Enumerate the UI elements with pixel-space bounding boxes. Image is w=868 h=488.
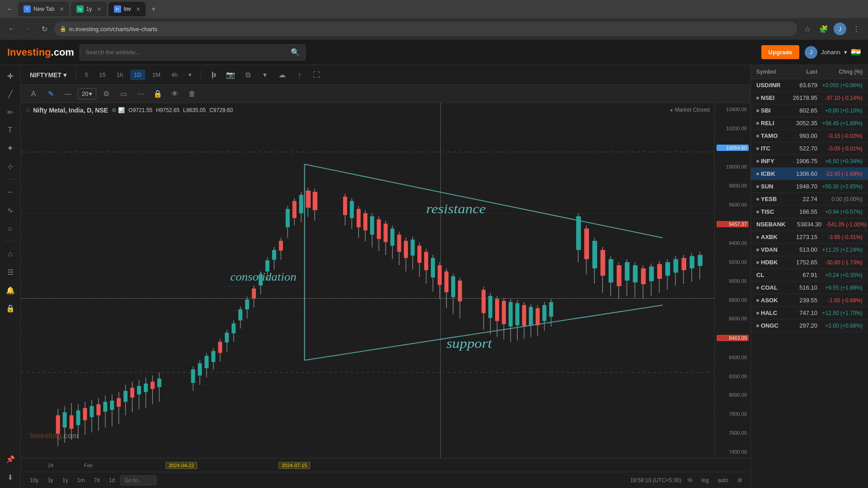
period-1m[interactable]: 1m	[74, 476, 89, 485]
home-tool[interactable]: ⌂	[3, 247, 18, 261]
svg-rect-141	[509, 302, 513, 326]
watchlist-row-hdbk[interactable]: HDBK 1752.65 -30.80 (-1.73%)	[751, 256, 868, 269]
bookmark-btn[interactable]: ☆	[801, 23, 814, 35]
user-avatar[interactable]: J	[805, 46, 817, 59]
symbol-selector[interactable]: NIFTYMET ▾	[26, 70, 70, 80]
font-size-selector[interactable]: 20 ▾	[78, 88, 96, 99]
watchlist-row-axbk[interactable]: AXBK 1273.15 -3.95 (-0.31%)	[751, 231, 868, 244]
collapse-tool[interactable]: ⬇	[3, 470, 18, 484]
chart-overlay-btn[interactable]: ⧉	[241, 68, 255, 82]
watchlist-row-tisc[interactable]: TISC 166.55 +0.94 (+0.57%)	[751, 206, 868, 218]
watchlist-row-sbi[interactable]: SBI 802.65 +0.80 (+0.10%)	[751, 104, 868, 117]
time-5[interactable]: 5	[81, 70, 92, 80]
menu-btn[interactable]: ⋮	[850, 23, 863, 35]
period-1y[interactable]: 1y	[59, 476, 72, 485]
tab-2[interactable]: 1y 1y ×	[71, 2, 107, 16]
text-draw-btn[interactable]: A	[26, 87, 41, 101]
time-more[interactable]: ▾	[185, 70, 195, 80]
time-1h[interactable]: 1h	[113, 70, 127, 80]
chart-settings-btn[interactable]: ⚙	[735, 476, 745, 485]
profile-btn[interactable]: J	[834, 23, 846, 35]
draw-eye-btn[interactable]: 👁	[168, 87, 182, 101]
back-btn[interactable]: ←	[5, 23, 18, 35]
draw-line-tool[interactable]: ╱	[3, 87, 18, 101]
percent-btn[interactable]: %	[685, 476, 695, 485]
zoom-tool[interactable]: ⌕	[3, 221, 18, 235]
watchlist-row-ongc[interactable]: ONGC 297.20 +2.00 (+0.68%)	[751, 319, 868, 332]
period-7d[interactable]: 7d	[90, 476, 103, 485]
crosshair-tool[interactable]: ✛	[3, 69, 18, 83]
watchlist-row-itc[interactable]: ITC 522.70 -0.05 (-0.01%)	[751, 142, 868, 155]
price-9400: 9400.00	[717, 240, 749, 246]
pin-tool[interactable]: 📌	[3, 452, 18, 466]
address-bar[interactable]: 🔒 in.investing.com/charts/live-charts	[54, 22, 797, 36]
svg-rect-121	[424, 252, 428, 270]
line-draw-btn[interactable]: —	[61, 87, 75, 101]
watchlist-row-sun[interactable]: SUN 1948.70 +50.30 (+2.65%)	[751, 180, 868, 193]
draw-tools[interactable]: ✏	[3, 105, 18, 119]
draw-rect-btn[interactable]: ▭	[116, 87, 131, 101]
watchlist-row-icbk[interactable]: ICBK 1306.60 -22.45 (-1.69%)	[751, 168, 868, 180]
price-7600: 7600.00	[717, 430, 749, 436]
chart-share-btn[interactable]: ↑	[292, 68, 306, 82]
watchlist-tool[interactable]: ☰	[3, 265, 18, 279]
watchlist-row-infy[interactable]: INFY 1906.75 +6.50 (+0.34%)	[751, 155, 868, 168]
tab-1[interactable]: T New Tab ×	[18, 2, 69, 16]
indicators-tool[interactable]: ∿	[3, 203, 18, 217]
time-label-date2: 2024-07-15	[278, 462, 310, 469]
log-btn[interactable]: log	[699, 476, 712, 485]
watchlist-row-tamo[interactable]: TAMO 993.00 -0.15 (-0.02%)	[751, 130, 868, 142]
auto-btn[interactable]: auto	[715, 476, 731, 485]
chart-settings-more[interactable]: ▾	[258, 68, 272, 82]
watchlist-row-asok[interactable]: ASOK 239.55 -1.65 (-0.68%)	[751, 294, 868, 307]
alerts-tool[interactable]: 🔔	[3, 283, 18, 297]
svg-rect-31	[70, 415, 74, 429]
search-bar[interactable]: 🔍	[80, 44, 306, 61]
watchlist-row-yesb[interactable]: YESB 22.74 0.00 (0.00%)	[751, 193, 868, 206]
time-4h[interactable]: 4h	[168, 70, 181, 80]
watchlist-row-reli[interactable]: RELI 3052.35 +56.45 (+1.88%)	[751, 117, 868, 130]
chart-canvas[interactable]: □ Nifty Metal, India, D, NSE ⚙ 📊 O9721.5…	[21, 103, 750, 458]
measure-tool[interactable]: ⊹	[3, 159, 18, 174]
extensions-btn[interactable]: 🧩	[817, 23, 830, 35]
watchlist-row-nsebank[interactable]: NSEBANK 53834.30 -541.05 (-1.00%)	[751, 218, 868, 231]
pen-draw-btn[interactable]: ✎	[43, 87, 58, 101]
watchlist-row-cl[interactable]: CL 67.91 +0.24 (+0.35%)	[751, 269, 868, 282]
tab-3-close[interactable]: ×	[137, 5, 140, 13]
period-10y[interactable]: 10y	[26, 476, 42, 485]
chart-type-candle[interactable]	[207, 68, 220, 82]
draw-settings-btn[interactable]: ⚙	[99, 87, 113, 101]
time-1d[interactable]: 1D	[130, 70, 145, 80]
watchlist-row-vdan[interactable]: VDAN 513.00 +11.25 (+2.24%)	[751, 244, 868, 256]
back-tool[interactable]: ←	[3, 185, 18, 199]
period-3y[interactable]: 3y	[44, 476, 57, 485]
period-1d[interactable]: 1d	[105, 476, 118, 485]
svg-rect-171	[641, 268, 646, 284]
fullscreen-btn[interactable]: ⛶	[310, 68, 323, 82]
reload-btn[interactable]: ↻	[38, 23, 51, 35]
new-tab-btn[interactable]: +	[147, 3, 160, 15]
lock-tool[interactable]: 🔒	[3, 301, 18, 315]
time-1m[interactable]: 1M	[149, 70, 164, 80]
draw-delete-btn[interactable]: 🗑	[185, 87, 199, 101]
watchlist-row-usdinr[interactable]: USD/INR 83.679 +0.050 (+0.06%)	[751, 79, 868, 92]
shapes-tool[interactable]: ✦	[3, 141, 18, 155]
watchlist-row-nsei[interactable]: NSEI 26178.95 -37.10 (-0.14%)	[751, 92, 868, 104]
sym-dot-coal	[756, 286, 759, 289]
tab-3[interactable]: In Inv ×	[108, 2, 146, 16]
search-input[interactable]	[85, 49, 287, 56]
draw-more-btn[interactable]: ⋯	[133, 87, 148, 101]
forward-btn[interactable]: →	[22, 23, 34, 35]
time-15[interactable]: 15	[95, 70, 109, 80]
text-tool[interactable]: T	[3, 123, 18, 137]
tab-2-close[interactable]: ×	[97, 5, 101, 13]
tab-back-btn[interactable]: ←	[4, 3, 16, 15]
tab-1-close[interactable]: ×	[60, 5, 63, 13]
upgrade-button[interactable]: Upgrade	[761, 45, 800, 59]
chart-add-btn[interactable]: ☁	[275, 68, 289, 82]
watchlist-row-coal[interactable]: COAL 516.10 +9.55 (+1.89%)	[751, 282, 868, 294]
watchlist-row-halc[interactable]: HALC 747.10 +12.50 (+1.70%)	[751, 307, 868, 319]
goto-input[interactable]	[120, 475, 156, 485]
screenshot-btn[interactable]: 📷	[224, 68, 237, 82]
draw-lock-btn[interactable]: 🔒	[151, 87, 165, 101]
